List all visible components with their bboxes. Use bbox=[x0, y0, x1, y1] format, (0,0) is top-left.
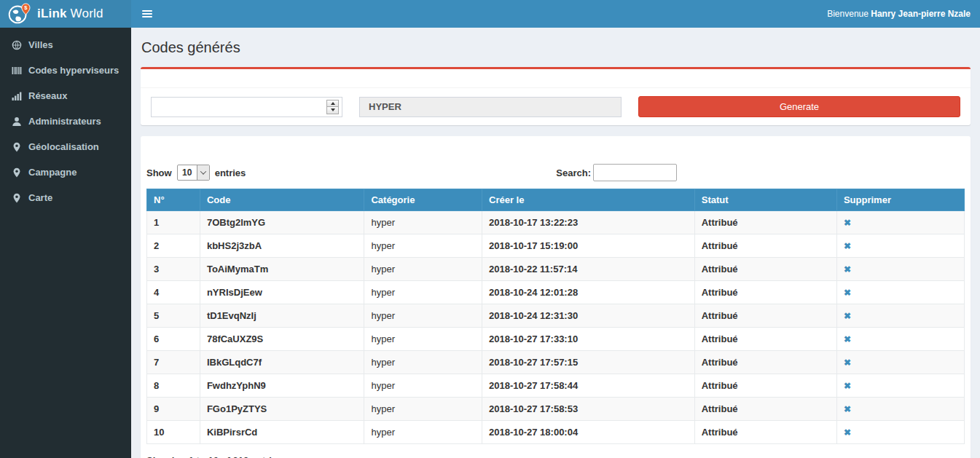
row-created: 2018-10-27 18:00:04 bbox=[482, 421, 695, 444]
row-code: nYRIsDjEew bbox=[200, 281, 364, 304]
welcome-message: Bienvenue Hanry Jean-pierre Nzale bbox=[827, 9, 980, 19]
map-marker-icon bbox=[11, 142, 22, 152]
row-number: 3 bbox=[147, 258, 200, 281]
delete-icon[interactable]: ✖ bbox=[844, 381, 851, 391]
row-status: Attribué bbox=[694, 328, 836, 351]
map-marker-icon bbox=[11, 193, 22, 203]
row-number: 6 bbox=[147, 328, 200, 351]
generate-form: Generate bbox=[141, 88, 971, 125]
table-header-row: N° Code Catégorie Créer le Statut Suppri… bbox=[147, 189, 965, 211]
delete-icon[interactable]: ✖ bbox=[844, 334, 851, 344]
sidebar-item-reseaux[interactable]: Réseaux bbox=[0, 83, 131, 108]
sidebar-item-label: Villes bbox=[28, 39, 53, 50]
sidebar-item-label: Carte bbox=[28, 192, 52, 203]
row-status: Attribué bbox=[694, 281, 836, 304]
globe-pin-logo-icon: $ bbox=[7, 3, 31, 25]
table-row: 8 FwdhzYphN9 hyper 2018-10-27 17:58:44 A… bbox=[147, 374, 965, 398]
row-created: 2018-10-27 17:33:10 bbox=[482, 328, 695, 351]
table-row: 1 7OBtg2lmYG hyper 2018-10-17 13:22:23 A… bbox=[147, 211, 965, 234]
row-created: 2018-10-27 17:58:53 bbox=[482, 398, 695, 421]
barcode-icon bbox=[11, 66, 22, 76]
chevron-down-icon bbox=[197, 165, 209, 180]
page-length-select[interactable]: 10 bbox=[177, 165, 210, 181]
delete-icon[interactable]: ✖ bbox=[844, 404, 851, 414]
stepper-up-icon[interactable] bbox=[327, 100, 338, 108]
delete-icon[interactable]: ✖ bbox=[844, 311, 851, 321]
column-header-categorie[interactable]: Catégorie bbox=[364, 189, 482, 211]
delete-icon[interactable]: ✖ bbox=[844, 358, 851, 368]
row-number: 4 bbox=[147, 281, 200, 304]
row-status: Attribué bbox=[694, 211, 836, 234]
row-created: 2018-10-24 12:01:28 bbox=[482, 281, 695, 304]
row-number: 10 bbox=[147, 421, 200, 444]
row-status: Attribué bbox=[694, 258, 836, 281]
table-row: 4 nYRIsDjEew hyper 2018-10-24 12:01:28 A… bbox=[147, 281, 965, 304]
sidebar-item-villes[interactable]: Villes bbox=[0, 32, 131, 58]
delete-icon[interactable]: ✖ bbox=[844, 288, 851, 298]
row-code: IBkGLqdC7f bbox=[200, 351, 364, 374]
table-row: 6 78fCaUXZ9S hyper 2018-10-27 17:33:10 A… bbox=[147, 328, 965, 351]
sidebar-item-codes-hyperviseurs[interactable]: Codes hyperviseurs bbox=[0, 58, 131, 83]
column-header-creer-le[interactable]: Créer le bbox=[482, 189, 695, 211]
table-row: 10 KiBPirsrCd hyper 2018-10-27 18:00:04 … bbox=[147, 421, 965, 444]
sidebar-item-administrateurs[interactable]: Administrateurs bbox=[0, 108, 131, 134]
panel-header bbox=[141, 69, 971, 88]
table-row: 7 IBkGLqdC7f hyper 2018-10-27 17:57:15 A… bbox=[147, 351, 965, 374]
entries-label: entries bbox=[215, 167, 246, 178]
row-number: 8 bbox=[147, 374, 200, 398]
quantity-input[interactable] bbox=[151, 97, 342, 117]
sidebar-item-campagne[interactable]: Campagne bbox=[0, 159, 131, 185]
table-body: 1 7OBtg2lmYG hyper 2018-10-17 13:22:23 A… bbox=[147, 211, 965, 444]
row-code: kbHS2j3zbA bbox=[200, 234, 364, 258]
row-category: hyper bbox=[364, 398, 482, 421]
quantity-stepper bbox=[326, 100, 339, 114]
page-length-value: 10 bbox=[178, 165, 197, 180]
search-label: Search: bbox=[556, 167, 591, 178]
globe-icon bbox=[11, 40, 22, 50]
row-code: ToAiMymaTm bbox=[200, 258, 364, 281]
row-category: hyper bbox=[364, 328, 482, 351]
column-header-statut[interactable]: Statut bbox=[694, 189, 836, 211]
codes-table: N° Code Catégorie Créer le Statut Suppri… bbox=[146, 189, 965, 444]
sidebar-item-label: Réseaux bbox=[28, 90, 67, 101]
delete-icon[interactable]: ✖ bbox=[844, 218, 851, 228]
table-footer: Showing 1 to 10 of 218 entries Previous … bbox=[146, 453, 965, 458]
brand-logo[interactable]: $ iLink World bbox=[0, 0, 131, 28]
row-number: 1 bbox=[147, 211, 200, 234]
row-code: FwdhzYphN9 bbox=[200, 374, 364, 398]
row-created: 2018-10-24 12:31:30 bbox=[482, 304, 695, 328]
category-field bbox=[359, 97, 622, 117]
row-created: 2018-10-27 17:57:15 bbox=[482, 351, 695, 374]
row-category: hyper bbox=[364, 304, 482, 328]
stepper-down-icon[interactable] bbox=[327, 107, 338, 114]
topbar: $ iLink World Bienvenue Hanry Jean-pierr… bbox=[0, 0, 980, 28]
row-category: hyper bbox=[364, 234, 482, 258]
sidebar-item-carte[interactable]: Carte bbox=[0, 185, 131, 210]
search-input[interactable] bbox=[593, 164, 677, 181]
main-content: Codes générés Generate Show 10 bbox=[131, 28, 980, 458]
sidebar: Villes Codes hyperviseurs Réseaux Admini… bbox=[0, 28, 131, 458]
quantity-field-wrap bbox=[151, 97, 342, 117]
row-category: hyper bbox=[364, 258, 482, 281]
column-header-code[interactable]: Code bbox=[200, 189, 364, 211]
row-created: 2018-10-17 15:19:00 bbox=[482, 234, 695, 258]
sidebar-item-label: Campagne bbox=[28, 167, 77, 178]
column-header-supprimer[interactable]: Supprimer bbox=[836, 189, 964, 211]
row-category: hyper bbox=[364, 374, 482, 398]
row-category: hyper bbox=[364, 351, 482, 374]
table-info: Showing 1 to 10 of 218 entries bbox=[146, 453, 282, 458]
delete-icon[interactable]: ✖ bbox=[844, 241, 851, 251]
generate-button[interactable]: Generate bbox=[638, 96, 960, 117]
sidebar-item-label: Codes hyperviseurs bbox=[28, 65, 119, 76]
delete-icon[interactable]: ✖ bbox=[844, 427, 851, 438]
column-header-numero[interactable]: N° bbox=[147, 189, 200, 211]
delete-icon[interactable]: ✖ bbox=[844, 264, 851, 275]
row-code: 78fCaUXZ9S bbox=[200, 328, 364, 351]
row-created: 2018-10-17 13:22:23 bbox=[482, 211, 695, 234]
row-number: 9 bbox=[147, 398, 200, 421]
sidebar-toggle-icon[interactable] bbox=[131, 0, 163, 28]
page-title: Codes générés bbox=[141, 39, 970, 56]
row-status: Attribué bbox=[694, 351, 836, 374]
generate-codes-panel: Generate bbox=[141, 67, 971, 125]
sidebar-item-geolocalisation[interactable]: Géolocalisation bbox=[0, 134, 131, 159]
